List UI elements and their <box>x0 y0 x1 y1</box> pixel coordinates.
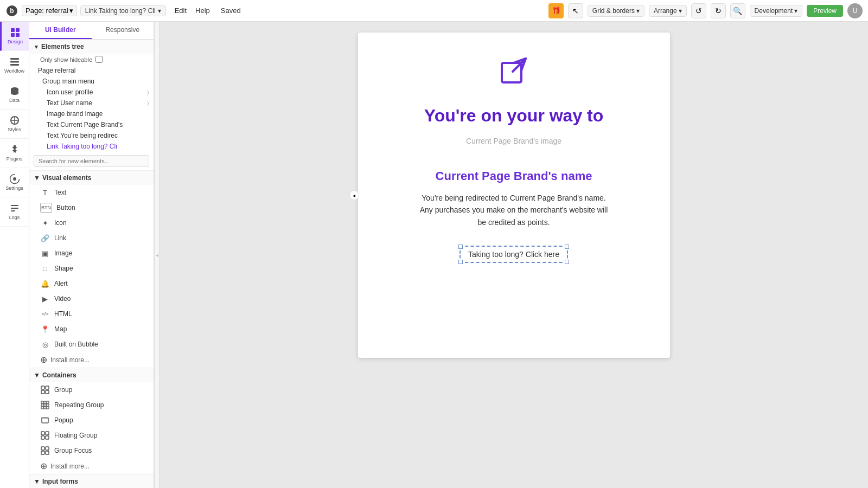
built-on-bubble-icon: ◎ <box>40 339 50 349</box>
install-more-containers-icon: ⊕ <box>40 461 47 471</box>
tab-ui-builder[interactable]: UI Builder <box>29 22 92 39</box>
svg-rect-35 <box>46 447 49 450</box>
group-element-icon <box>40 385 50 395</box>
svg-rect-4 <box>11 33 15 37</box>
svg-rect-36 <box>41 451 44 454</box>
install-more-visual-icon: ⊕ <box>40 355 47 365</box>
tab-responsive[interactable]: Responsive <box>92 22 154 39</box>
search-button[interactable]: 🔍 <box>730 3 745 18</box>
install-more-containers-button[interactable]: ⊕ Install more... <box>29 458 154 474</box>
input-forms-header[interactable]: ▼ Input forms <box>29 474 154 488</box>
menu-edit[interactable]: Edit <box>175 7 187 15</box>
svg-rect-21 <box>47 401 49 403</box>
sidebar-item-styles[interactable]: Styles <box>0 110 29 139</box>
svg-rect-5 <box>16 33 20 37</box>
tree-item-page-referral[interactable]: Page referral <box>29 65 154 76</box>
sidebar-item-design[interactable]: Design <box>0 22 29 51</box>
sidebar-item-workflow[interactable]: Workflow <box>0 51 29 80</box>
page-title-dropdown[interactable]: Page: referral ▾ <box>22 5 77 16</box>
page-content: You're on your way to Current Page Brand… <box>374 54 654 263</box>
element-video[interactable]: ▶ Video <box>29 291 154 306</box>
tree-item-link-taking-too-long[interactable]: Link Taking too long? Cli <box>29 141 154 152</box>
user-avatar[interactable]: U <box>847 3 863 18</box>
canvas-collapse-arrow[interactable]: ◂ <box>349 190 359 200</box>
logo-icon[interactable]: b <box>5 4 18 17</box>
element-built-on-bubble[interactable]: ◎ Built on Bubble <box>29 337 154 352</box>
handle-br <box>565 260 569 264</box>
canvas-link-element[interactable]: Taking too long? Click here <box>459 246 568 263</box>
tree-item-text-being-redirect[interactable]: Text You're being redirec <box>29 130 154 141</box>
tree-item-text-username[interactable]: Text User name ⟩ <box>29 98 154 108</box>
panel-divider[interactable]: ◂ <box>154 22 159 488</box>
arrow-icon-2: ⟩ <box>147 100 149 106</box>
sidebar-item-settings[interactable]: Settings <box>0 168 29 197</box>
preview-button[interactable]: Preview <box>807 5 843 17</box>
canvas-area: ◂ You're on your way to Current Page Bra… <box>159 22 868 488</box>
svg-rect-18 <box>46 390 49 394</box>
element-map[interactable]: 📍 Map <box>29 322 154 337</box>
map-element-icon: 📍 <box>40 324 50 334</box>
icon-element-icon: ✦ <box>40 218 50 228</box>
tree-item-image-brand[interactable]: Image brand image <box>29 108 154 119</box>
grid-borders-button[interactable]: Grid & borders ▾ <box>588 5 644 17</box>
tree-item-group-main-menu[interactable]: Group main menu <box>29 76 154 87</box>
svg-rect-22 <box>41 404 43 406</box>
floating-group-icon <box>40 431 50 440</box>
menu-help[interactable]: Help <box>195 7 210 15</box>
gift-button[interactable]: 🎁 <box>548 3 564 18</box>
svg-rect-34 <box>41 447 44 450</box>
element-floating-group[interactable]: Floating Group <box>29 428 154 443</box>
element-group[interactable]: Group <box>29 382 154 397</box>
link-tab[interactable]: Link Taking too long? Cli ▾ <box>80 5 166 16</box>
svg-rect-16 <box>46 386 49 389</box>
visual-toggle: ▼ <box>34 174 40 182</box>
element-popup[interactable]: Popup <box>29 413 154 428</box>
image-element-icon: ▣ <box>40 248 50 258</box>
element-image[interactable]: ▣ Image <box>29 246 154 261</box>
svg-rect-17 <box>41 390 44 394</box>
svg-rect-20 <box>44 401 46 403</box>
group-focus-icon <box>40 446 50 455</box>
redo-button[interactable]: ↻ <box>711 3 726 18</box>
search-elements-input[interactable] <box>34 155 149 167</box>
tree-item-icon-user-profile[interactable]: Icon user profile ⟩ <box>29 87 154 98</box>
undo-button[interactable]: ↺ <box>691 3 706 18</box>
element-text[interactable]: T Text <box>29 185 154 200</box>
arrange-button[interactable]: Arrange ▾ <box>649 5 687 17</box>
element-link[interactable]: 🔗 Link <box>29 230 154 246</box>
tree-toggle[interactable]: ▼ <box>34 44 39 50</box>
svg-rect-26 <box>44 407 46 409</box>
tree-item-text-current-page[interactable]: Text Current Page Brand's <box>29 119 154 130</box>
svg-rect-7 <box>10 61 19 63</box>
page-dropdown-chevron: ▾ <box>69 7 73 15</box>
visual-elements-header[interactable]: ▼ Visual elements <box>29 170 154 185</box>
main-layout: Design Workflow Data Styles Plugins Sett… <box>0 22 868 488</box>
install-more-visual-button[interactable]: ⊕ Install more... <box>29 352 154 368</box>
data-label: Data <box>9 98 20 104</box>
element-button[interactable]: BTN Button <box>29 200 154 215</box>
redirect-description: You're being redirected to Current Page … <box>416 192 611 228</box>
cursor-tool[interactable]: ↖ <box>568 3 583 18</box>
text-element-icon: T <box>40 188 50 197</box>
sidebar-item-logs[interactable]: Logs <box>0 197 29 227</box>
svg-rect-12 <box>11 205 18 206</box>
svg-rect-25 <box>41 407 43 409</box>
development-button[interactable]: Development ▾ <box>750 5 803 17</box>
svg-rect-31 <box>46 432 49 435</box>
containers-header[interactable]: ▼ Containers <box>29 368 154 382</box>
svg-rect-6 <box>10 58 19 60</box>
handle-tl <box>458 245 463 249</box>
element-icon[interactable]: ✦ Icon <box>29 215 154 230</box>
html-element-icon: </> <box>40 309 50 319</box>
element-shape[interactable]: □ Shape <box>29 261 154 276</box>
svg-rect-23 <box>44 404 46 406</box>
svg-rect-37 <box>46 451 49 454</box>
sidebar-item-data[interactable]: Data <box>0 80 29 110</box>
arrow-icon: ⟩ <box>147 89 149 95</box>
element-alert[interactable]: 🔔 Alert <box>29 276 154 291</box>
element-repeating-group[interactable]: Repeating Group <box>29 397 154 413</box>
element-html[interactable]: </> HTML <box>29 306 154 322</box>
element-group-focus[interactable]: Group Focus <box>29 443 154 458</box>
sidebar-item-plugins[interactable]: Plugins <box>0 139 29 168</box>
only-hideable-checkbox[interactable] <box>95 56 103 63</box>
